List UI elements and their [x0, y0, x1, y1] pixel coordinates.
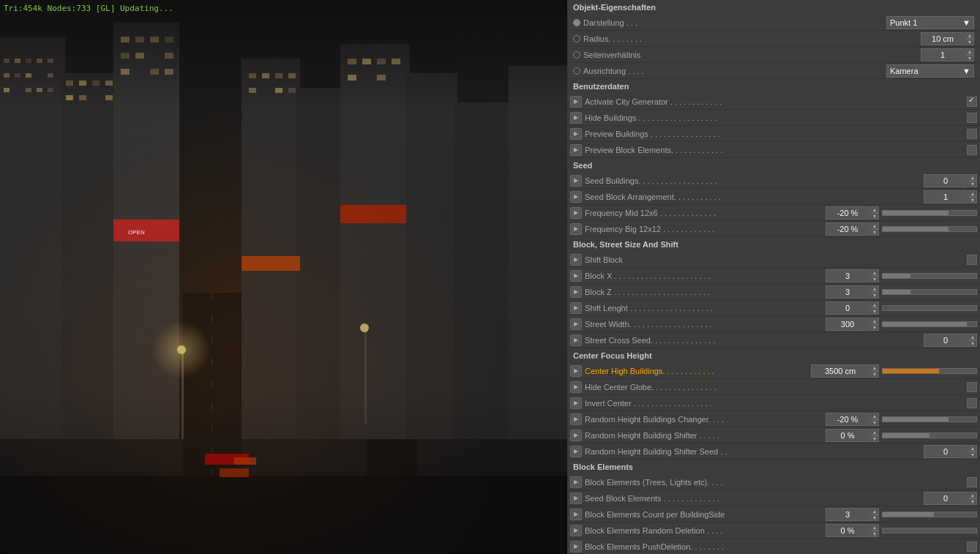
seitenverhaeltnis-radio[interactable] [573, 51, 580, 59]
street-width-input[interactable] [826, 318, 869, 331]
block-elements-push-deletion-checkbox[interactable] [967, 542, 977, 552]
shift-length-input[interactable] [826, 302, 869, 315]
fm-up[interactable]: ▲ [870, 206, 879, 213]
frequency-big-slider[interactable] [882, 226, 977, 232]
rhc-up[interactable]: ▲ [870, 413, 879, 419]
seed-block-arrangement-icon[interactable]: ▶ [570, 191, 582, 203]
shift-length-slider[interactable] [882, 305, 977, 311]
darstellung-radio[interactable] [573, 19, 580, 26]
sw-up[interactable]: ▲ [870, 318, 879, 324]
bec-down[interactable]: ▼ [870, 514, 879, 521]
radius-radio[interactable] [573, 35, 580, 42]
seed-block-elements-input[interactable] [924, 492, 968, 505]
seed-buildings-icon[interactable]: ▶ [570, 175, 582, 187]
scs-up[interactable]: ▲ [968, 334, 977, 340]
hide-buildings-icon[interactable]: ▶ [570, 112, 582, 124]
random-height-shifter-slider[interactable] [882, 433, 977, 438]
street-cross-seed-input[interactable] [924, 334, 968, 347]
block-x-input[interactable] [826, 269, 869, 282]
block-x-slider[interactable] [882, 273, 977, 279]
berd-down[interactable]: ▼ [870, 531, 879, 537]
ausrichtung-radio[interactable] [573, 67, 580, 75]
hide-center-globe-icon[interactable]: ▶ [570, 381, 582, 393]
hide-buildings-checkbox[interactable] [967, 113, 977, 123]
shift-block-icon[interactable]: ▶ [570, 254, 582, 266]
activate-city-generator-checkbox[interactable] [967, 97, 977, 107]
block-elements-random-deletion-input[interactable] [826, 524, 869, 537]
preview-buildings-icon[interactable]: ▶ [570, 128, 582, 140]
fm-down[interactable]: ▼ [870, 213, 879, 220]
ausrichtung-dropdown[interactable]: Kamera ▼ [886, 64, 974, 78]
rhss-up[interactable]: ▲ [968, 445, 977, 452]
chb-up[interactable]: ▲ [870, 364, 879, 371]
preview-buildings-checkbox[interactable] [967, 129, 977, 139]
bx-down[interactable]: ▼ [870, 276, 879, 282]
invert-center-checkbox[interactable] [967, 398, 977, 408]
block-elements-random-deletion-slider[interactable] [882, 528, 977, 534]
sbe-down[interactable]: ▼ [968, 498, 977, 505]
frequency-big-icon[interactable]: ▶ [570, 223, 582, 235]
bz-up[interactable]: ▲ [870, 285, 879, 292]
random-height-changer-slider[interactable] [882, 416, 977, 422]
sb-down[interactable]: ▼ [968, 181, 977, 187]
radius-down[interactable]: ▼ [965, 39, 974, 45]
seed-block-elements-icon[interactable]: ▶ [570, 493, 582, 504]
street-width-icon[interactable]: ▶ [570, 318, 582, 330]
seed-block-arrangement-input[interactable] [924, 190, 968, 203]
hide-center-globe-checkbox[interactable] [967, 382, 977, 392]
invert-center-icon[interactable]: ▶ [570, 397, 582, 409]
sl-down[interactable]: ▼ [870, 308, 879, 315]
block-z-slider[interactable] [882, 289, 977, 295]
random-height-changer-input[interactable] [826, 413, 869, 426]
random-height-shifter-icon[interactable]: ▶ [570, 430, 582, 441]
sl-up[interactable]: ▲ [870, 302, 879, 308]
center-high-buildings-icon[interactable]: ▶ [570, 365, 582, 377]
random-height-shifter-seed-input[interactable] [924, 445, 968, 458]
chb-down[interactable]: ▼ [870, 371, 879, 378]
rhs-up[interactable]: ▲ [870, 429, 879, 435]
sv-up[interactable]: ▲ [965, 48, 974, 55]
rhc-down[interactable]: ▼ [870, 419, 879, 426]
rhss-down[interactable]: ▼ [968, 452, 977, 458]
random-height-changer-icon[interactable]: ▶ [570, 413, 582, 425]
sv-down[interactable]: ▼ [965, 55, 974, 61]
berd-up[interactable]: ▲ [870, 524, 879, 531]
block-elements-count-icon[interactable]: ▶ [570, 509, 582, 520]
block-x-icon[interactable]: ▶ [570, 270, 582, 282]
block-z-icon[interactable]: ▶ [570, 286, 582, 298]
fbig-down[interactable]: ▼ [870, 229, 879, 236]
frequency-big-input[interactable] [826, 222, 869, 236]
shift-length-icon[interactable]: ▶ [570, 302, 582, 314]
frequency-mid-slider[interactable] [882, 210, 977, 216]
bz-down[interactable]: ▼ [870, 292, 879, 299]
preview-block-elements-checkbox[interactable] [967, 145, 977, 155]
scs-down[interactable]: ▼ [968, 340, 977, 347]
radius-up[interactable]: ▲ [965, 32, 974, 39]
block-elements-toggle-checkbox[interactable] [967, 477, 977, 487]
fbig-up[interactable]: ▲ [870, 222, 879, 229]
center-high-buildings-input[interactable] [811, 364, 869, 378]
block-elements-push-deletion-icon[interactable]: ▶ [570, 541, 582, 553]
random-height-shifter-seed-icon[interactable]: ▶ [570, 446, 582, 457]
bec-up[interactable]: ▲ [870, 508, 879, 514]
bx-up[interactable]: ▲ [870, 269, 879, 276]
sbe-up[interactable]: ▲ [968, 492, 977, 498]
seitenverhaeltnis-input[interactable] [921, 48, 965, 61]
street-width-slider[interactable] [882, 321, 977, 327]
street-cross-seed-icon[interactable]: ▶ [570, 334, 582, 346]
rhs-down[interactable]: ▼ [870, 435, 879, 442]
shift-block-checkbox[interactable] [967, 255, 977, 265]
sb-up[interactable]: ▲ [968, 174, 977, 181]
frequency-mid-icon[interactable]: ▶ [570, 207, 582, 219]
block-elements-count-slider[interactable] [882, 512, 977, 517]
activate-city-generator-icon[interactable]: ▶ [570, 96, 582, 108]
block-elements-toggle-icon[interactable]: ▶ [570, 476, 582, 488]
sw-down[interactable]: ▼ [870, 324, 879, 331]
block-z-input[interactable] [826, 285, 869, 299]
frequency-mid-input[interactable] [826, 206, 869, 220]
block-elements-count-input[interactable] [826, 508, 869, 521]
sba-up[interactable]: ▲ [968, 190, 977, 197]
darstellung-dropdown[interactable]: Punkt 1 ▼ [886, 16, 974, 29]
radius-input[interactable] [921, 32, 965, 45]
center-high-buildings-slider[interactable] [882, 368, 977, 374]
